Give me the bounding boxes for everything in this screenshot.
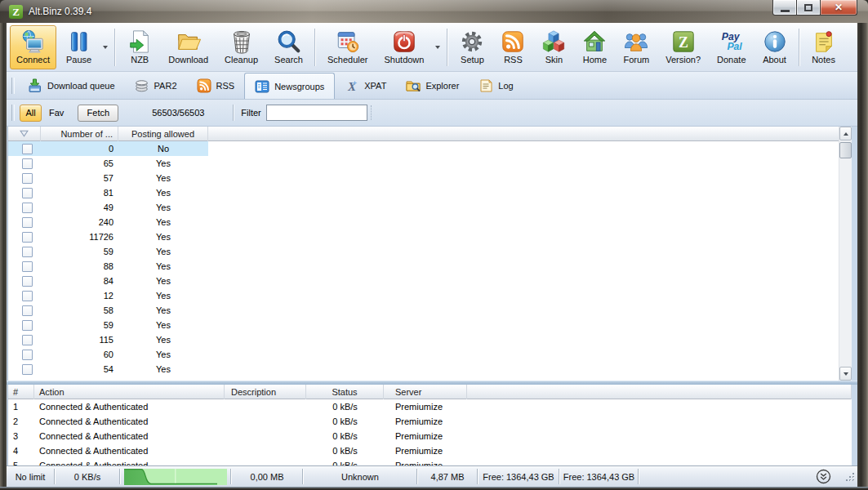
newsgroup-row[interactable]: 65Yes — [8, 156, 208, 171]
connect-button[interactable]: Connect — [10, 25, 56, 69]
setup-button[interactable]: Setup — [453, 25, 491, 69]
notes-button[interactable]: Notes — [805, 25, 843, 69]
connection-row[interactable]: 2Connected & Authenticated0 kB/sPremiumi… — [8, 414, 852, 429]
filter-input[interactable] — [266, 105, 367, 121]
connection-status: 0 kB/s — [306, 443, 384, 458]
scroll-up-button[interactable] — [839, 127, 852, 140]
row-checkbox[interactable] — [22, 217, 33, 228]
rss-button[interactable]: RSS — [494, 25, 532, 69]
number-of-articles-cell: 11726 — [41, 229, 118, 244]
scrollbar-thumb[interactable] — [839, 142, 852, 158]
row-checkbox[interactable] — [22, 188, 33, 198]
row-checkbox[interactable] — [22, 158, 33, 169]
number-of-articles-cell: 81 — [41, 185, 118, 200]
tab-rss[interactable]: RSS — [187, 72, 245, 99]
newsgroup-row[interactable]: 115Yes — [8, 332, 208, 347]
newsgroup-row[interactable]: 58Yes — [8, 303, 208, 318]
column-header-server[interactable]: Server — [384, 385, 467, 399]
nzb-button[interactable]: NZB — [121, 25, 158, 69]
tab-label: Log — [498, 81, 513, 91]
row-checkbox[interactable] — [22, 261, 33, 272]
newsgroup-row[interactable]: 0No — [8, 141, 208, 156]
row-checkbox[interactable] — [22, 173, 33, 184]
column-header-number-of[interactable]: Number of ... — [41, 127, 118, 141]
newsgroup-row[interactable]: 88Yes — [8, 259, 208, 274]
shutdown-dropdown-arrow[interactable] — [433, 25, 443, 69]
connection-index: 5 — [8, 458, 34, 466]
paypal-icon: PayPal — [719, 29, 744, 54]
shutdown-button[interactable]: Shutdown — [378, 25, 431, 69]
row-checkbox-cell — [8, 244, 41, 259]
column-header-posting-allowed[interactable]: Posting allowed — [118, 127, 208, 141]
version-button[interactable]: ZVersion? — [659, 25, 707, 69]
row-checkbox[interactable] — [22, 276, 33, 287]
pause-button[interactable]: Pause — [60, 25, 98, 69]
filterbar-gripper[interactable] — [11, 105, 15, 121]
minimize-button[interactable] — [772, 0, 797, 16]
cleanup-label: Cleanup — [225, 55, 258, 65]
toolbar-gripper[interactable] — [11, 78, 15, 94]
column-header-filter[interactable] — [8, 127, 41, 141]
skin-button[interactable]: Skin — [535, 25, 572, 69]
newsgroup-row[interactable]: 49Yes — [8, 200, 208, 215]
newsgroup-row[interactable]: 11726Yes — [8, 229, 208, 244]
tab-explorer[interactable]: Explorer — [396, 72, 469, 99]
row-checkbox[interactable] — [22, 203, 33, 213]
newsgroup-row[interactable]: 59Yes — [8, 244, 208, 259]
donate-button[interactable]: PayPalDonate — [710, 25, 752, 69]
column-header-status[interactable]: Status — [306, 385, 384, 399]
row-checkbox[interactable] — [22, 364, 33, 375]
row-checkbox[interactable] — [22, 305, 33, 316]
about-button[interactable]: About — [756, 25, 794, 69]
newsgroup-row[interactable]: 84Yes — [8, 274, 208, 288]
vertical-scrollbar[interactable] — [839, 127, 852, 381]
column-header-action[interactable]: Action — [34, 385, 225, 399]
download-button[interactable]: Download — [162, 25, 215, 69]
tab-label: Explorer — [425, 81, 459, 91]
newsgroup-row[interactable]: 54Yes — [8, 362, 208, 376]
row-checkbox[interactable] — [22, 232, 33, 243]
tab-par2[interactable]: PAR2 — [125, 72, 187, 99]
row-checkbox[interactable] — [22, 144, 33, 154]
all-filter-button[interactable]: All — [20, 105, 42, 122]
home-button[interactable]: Home — [576, 25, 613, 69]
connection-row[interactable]: 3Connected & Authenticated0 kB/sPremiumi… — [8, 429, 852, 443]
connection-row[interactable]: 4Connected & Authenticated0 kB/sPremiumi… — [8, 443, 852, 458]
connect-label: Connect — [16, 55, 50, 65]
newsgroup-row[interactable]: 60Yes — [8, 347, 208, 362]
maximize-button[interactable] — [797, 0, 821, 16]
scheduler-button[interactable]: Scheduler — [321, 25, 375, 69]
newsgroup-row[interactable]: 12Yes — [8, 288, 208, 303]
scroll-down-button[interactable] — [839, 367, 852, 381]
resize-grip[interactable] — [845, 471, 856, 486]
newsgroup-row[interactable]: 57Yes — [8, 171, 208, 185]
column-header-index[interactable]: # — [8, 385, 34, 399]
row-checkbox[interactable] — [22, 350, 33, 360]
close-button[interactable]: ✕ — [821, 0, 857, 16]
tab-download-queue[interactable]: Download queue — [18, 72, 125, 99]
title-bar[interactable]: Z Alt.Binz 0.39.4 ✕ — [0, 0, 868, 23]
row-checkbox[interactable] — [22, 320, 33, 331]
fav-filter-button[interactable]: Fav — [42, 105, 71, 122]
connection-row[interactable]: 5Connected & Authenticated0 kB/sPremiumi… — [8, 458, 852, 466]
connection-row[interactable]: 1Connected & Authenticated0 kB/sPremiumi… — [8, 399, 852, 414]
double-chevron-down-icon[interactable] — [816, 469, 831, 484]
tab-log[interactable]: Log — [469, 72, 523, 99]
forum-button[interactable]: Forum — [617, 25, 656, 69]
row-checkbox[interactable] — [22, 247, 33, 257]
row-checkbox[interactable] — [22, 291, 33, 301]
row-checkbox[interactable] — [22, 335, 33, 345]
status-speed-limit: No limit — [7, 466, 54, 487]
fetch-button[interactable]: Fetch — [78, 105, 118, 122]
newsgroup-row[interactable]: 81Yes — [8, 185, 208, 200]
cleanup-button[interactable]: Cleanup — [218, 25, 265, 69]
connection-description — [225, 458, 306, 466]
newsgroup-row[interactable]: 59Yes — [8, 318, 208, 332]
search-button[interactable]: Search — [268, 25, 309, 69]
pause-dropdown-arrow[interactable] — [100, 25, 110, 69]
column-header-description[interactable]: Description — [225, 385, 306, 399]
tab-newsgroups[interactable]: Newsgroups — [244, 73, 335, 99]
tab-xpat[interactable]: XXPAT — [335, 72, 396, 99]
column-header-filler — [467, 385, 852, 399]
newsgroup-row[interactable]: 240Yes — [8, 215, 208, 229]
